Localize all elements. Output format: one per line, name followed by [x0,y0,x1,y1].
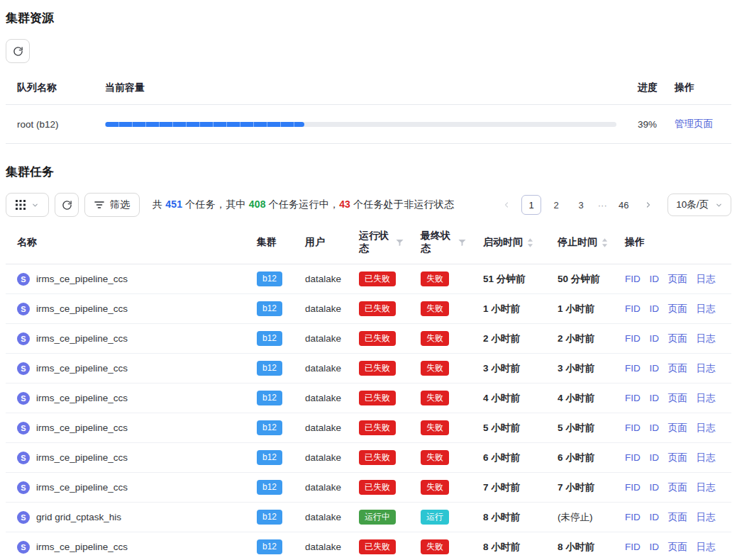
log-link[interactable]: 日志 [697,363,716,374]
tasks-refresh-button[interactable] [55,193,79,217]
id-link[interactable]: ID [650,274,660,284]
run-status-badge: 已失败 [359,301,396,316]
page-link[interactable]: 页面 [668,512,687,522]
stop-time: 1 小时前 [558,303,594,314]
fid-link[interactable]: FID [625,482,641,493]
cluster-badge: b12 [257,271,282,286]
grid-icon [16,200,26,210]
pagination-page-3[interactable]: 3 [571,195,591,215]
col-header-user-label: 用户 [305,236,325,249]
fid-link[interactable]: FID [625,303,641,314]
manage-page-link[interactable]: 管理页面 [675,118,713,129]
filter-button-label: 筛选 [110,198,130,211]
filter-funnel-icon[interactable] [458,239,466,247]
col-header-stop-time[interactable]: 停止时间 [546,224,614,264]
cluster-badge: b12 [257,301,282,316]
run-status-badge: 已失败 [359,391,396,405]
final-status-badge: 失败 [421,420,449,435]
page-link[interactable]: 页面 [668,333,687,344]
log-link[interactable]: 日志 [697,303,716,314]
task-name: irms_ce_pipeline_ccs [36,333,128,344]
filter-funnel-icon[interactable] [396,239,404,247]
tasks-table-body: S irms_ce_pipeline_ccs b12 datalake 已失败 … [6,264,731,560]
queue-name: root (b12) [6,105,94,144]
fid-link[interactable]: FID [625,393,641,403]
fid-link[interactable]: FID [625,422,641,433]
log-link[interactable]: 日志 [697,482,716,493]
id-link[interactable]: ID [650,422,660,433]
id-link[interactable]: ID [650,482,660,493]
page-link[interactable]: 页面 [668,274,687,284]
avatar: S [17,541,30,554]
user-name: datalake [305,274,341,284]
sort-icon[interactable] [602,238,608,247]
page-link[interactable]: 页面 [668,422,687,433]
start-time: 5 小时前 [483,422,520,433]
stop-time: 5 小时前 [558,422,594,433]
pagination-prev-button[interactable] [497,195,516,215]
table-row: S irms_ce_pipeline_ccs b12 datalake 已失败 … [6,443,731,473]
fid-link[interactable]: FID [625,333,641,344]
log-link[interactable]: 日志 [697,333,716,344]
final-status-badge: 失败 [421,480,449,495]
col-header-final-status-label: 最终状态 [421,230,454,255]
id-link[interactable]: ID [650,333,660,344]
col-header-start-time[interactable]: 启动时间 [472,224,546,264]
log-link[interactable]: 日志 [697,452,716,463]
table-row: S grid grid_cptask_his b12 datalake 运行中 … [6,503,731,532]
run-status-badge: 运行中 [359,510,396,525]
pagination-page-2[interactable]: 2 [546,195,566,215]
start-time: 4 小时前 [483,393,520,403]
fid-link[interactable]: FID [625,512,641,522]
avatar: S [17,452,30,464]
user-name: datalake [305,452,341,463]
col-header-action: 操作 [663,73,731,105]
pagination-page-46[interactable]: 46 [614,195,633,215]
tasks-section-title: 集群任务 [6,164,731,180]
filter-button[interactable]: 筛选 [84,193,140,217]
log-link[interactable]: 日志 [697,542,716,552]
log-link[interactable]: 日志 [697,512,716,522]
id-link[interactable]: ID [650,542,660,552]
column-settings-button[interactable] [6,193,49,217]
task-name: irms_ce_pipeline_ccs [36,393,128,403]
id-link[interactable]: ID [650,512,660,522]
table-row: S irms_ce_pipeline_ccs b12 datalake 已失败 … [6,383,731,413]
fid-link[interactable]: FID [625,452,641,463]
log-link[interactable]: 日志 [697,422,716,433]
pagination-ellipsis[interactable]: ··· [596,200,609,211]
log-link[interactable]: 日志 [697,274,716,284]
resources-refresh-button[interactable] [6,39,30,63]
tasks-toolbar: 筛选 共 451 个任务，其中 408 个任务运行中，43 个任务处于非运行状态… [6,193,731,217]
id-link[interactable]: ID [650,303,660,314]
page-size-select[interactable]: 10条/页 [667,194,731,216]
log-link[interactable]: 日志 [697,393,716,403]
tasks-table: 名称 集群 用户 运行状态 最终状态 启动时间 [6,224,731,560]
page-link[interactable]: 页面 [668,542,687,552]
chevron-down-icon [31,201,39,209]
page-link[interactable]: 页面 [668,393,687,403]
queue-progress-percent: 39% [626,105,663,144]
page-link[interactable]: 页面 [668,452,687,463]
page-link[interactable]: 页面 [668,303,687,314]
col-header-run-status-label: 运行状态 [359,230,392,255]
sort-icon[interactable] [527,238,533,247]
fid-link[interactable]: FID [625,542,641,552]
fid-link[interactable]: FID [625,274,641,284]
fid-link[interactable]: FID [625,363,641,374]
cluster-badge: b12 [257,391,282,405]
pagination-page-1[interactable]: 1 [521,195,541,215]
page-link[interactable]: 页面 [668,482,687,493]
table-row: S irms_ce_pipeline_ccs b12 datalake 已失败 … [6,354,731,383]
cluster-badge: b12 [257,420,282,435]
avatar: S [17,273,30,286]
id-link[interactable]: ID [650,363,660,374]
col-header-progress: 进度 [626,73,663,105]
id-link[interactable]: ID [650,393,660,403]
id-link[interactable]: ID [650,452,660,463]
page-link[interactable]: 页面 [668,363,687,374]
stop-time: 2 小时前 [558,333,594,344]
run-status-badge: 已失败 [359,331,396,346]
task-name: irms_ce_pipeline_ccs [36,363,128,374]
pagination-next-button[interactable] [638,195,658,215]
